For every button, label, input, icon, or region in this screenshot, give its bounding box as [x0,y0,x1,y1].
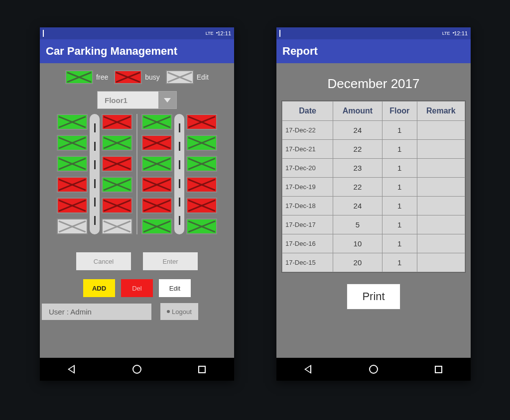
mail-icon [279,31,280,36]
cell-floor: 1 [382,159,417,178]
table-row: 17-Dec-15201 [282,253,465,272]
legend-edit: Edit [166,70,209,84]
clock: 12:11 [217,30,231,36]
phone-left: LTE 12:11 Car Parking Management free bu… [40,27,234,381]
edit-button[interactable]: Edit [159,279,191,297]
main-content: free busy Edit Floor1 [40,63,234,358]
aisle-left [90,114,100,234]
parking-slot[interactable] [186,177,217,193]
parking-slot[interactable] [186,156,217,172]
cell-date: 17-Dec-19 [282,178,333,197]
parking-lot [40,114,234,234]
logout-button[interactable]: Logout [160,303,198,320]
center-divider [136,114,137,234]
lot-col-b [102,114,132,234]
nav-back-icon[interactable] [62,359,82,379]
user-label: User : Admin [42,304,151,320]
parking-slot[interactable] [102,156,132,172]
parking-slot[interactable] [141,114,172,130]
print-button[interactable]: Print [347,284,400,310]
parking-slot[interactable] [186,218,217,234]
parking-slot[interactable] [57,156,88,172]
signal-icon: LTE [206,31,214,36]
floor-select[interactable]: Floor1 [97,91,177,109]
col-amount: Amount [333,102,382,121]
aisle-right [174,114,184,234]
parking-slot[interactable] [102,135,132,151]
signal-icon: LTE [442,31,450,36]
table-row: 17-Dec-19221 [282,178,465,197]
parking-slot[interactable] [102,177,132,193]
cancel-button[interactable]: Cancel [76,252,131,270]
legend-edit-label: Edit [197,73,209,81]
cell-remark [417,215,465,234]
busy-slot-icon [114,70,142,84]
enter-button[interactable]: Enter [143,252,198,270]
parking-slot[interactable] [141,156,172,172]
report-content: December 2017 Date Amount Floor Remark 1… [276,63,471,358]
cell-floor: 1 [382,140,417,159]
nav-recent-icon[interactable] [192,359,212,379]
floor-select-value: Floor1 [98,96,158,105]
cell-remark [417,234,465,253]
nav-recent-icon[interactable] [428,359,448,379]
cell-amount: 24 [333,197,382,215]
add-button[interactable]: ADD [83,279,115,297]
logout-dot-icon [167,310,170,313]
nav-back-icon[interactable] [299,359,319,379]
cell-date: 17-Dec-18 [282,197,333,215]
table-row: 17-Dec-18241 [282,197,465,215]
cell-date: 17-Dec-20 [282,159,333,178]
nav-bar [276,358,471,381]
cell-floor: 1 [382,121,417,140]
cell-date: 17-Dec-22 [282,121,333,140]
cell-amount: 24 [333,121,382,140]
parking-slot[interactable] [141,135,172,151]
lot-right-half [141,114,217,234]
parking-slot[interactable] [57,135,88,151]
status-bar: LTE 12:11 [40,27,234,39]
mail-icon [43,31,44,36]
nav-home-icon[interactable] [364,359,383,379]
cell-floor: 1 [382,253,417,272]
parking-slot[interactable] [57,177,88,193]
cell-floor: 1 [382,178,417,197]
cell-floor: 1 [382,215,417,234]
parking-slot[interactable] [141,177,172,193]
parking-slot[interactable] [102,198,132,213]
clock: 12:11 [454,30,468,36]
parking-slot[interactable] [57,218,88,234]
cell-date: 17-Dec-17 [282,215,333,234]
cell-date: 17-Dec-16 [282,234,333,253]
cell-remark [417,197,465,215]
cell-remark [417,140,465,159]
parking-slot[interactable] [186,198,217,213]
cell-amount: 23 [333,159,382,178]
cell-floor: 1 [382,234,417,253]
del-button[interactable]: Del [121,279,153,297]
app-title: Report [276,39,471,63]
nav-bar [40,358,234,381]
parking-slot[interactable] [102,218,132,234]
cell-remark [417,178,465,197]
legend-busy: busy [114,70,160,84]
nav-home-icon[interactable] [127,359,147,379]
phone-right: LTE 12:11 Report December 2017 Date Amou… [276,27,471,381]
cell-remark [417,121,465,140]
col-date: Date [282,102,333,121]
table-row: 17-Dec-20231 [282,159,465,178]
free-slot-icon [65,70,93,84]
parking-slot[interactable] [57,198,88,213]
chevron-down-icon [158,92,176,108]
parking-slot[interactable] [186,114,217,130]
parking-slot[interactable] [141,198,172,213]
parking-slot[interactable] [57,114,88,130]
cell-amount: 22 [333,140,382,159]
parking-slot[interactable] [102,114,132,130]
lot-left-half [57,114,132,234]
parking-slot[interactable] [141,218,172,234]
parking-slot[interactable] [186,135,217,151]
table-row: 17-Dec-22241 [282,121,465,140]
legend-free: free [65,70,108,84]
edit-slot-icon [166,70,194,84]
